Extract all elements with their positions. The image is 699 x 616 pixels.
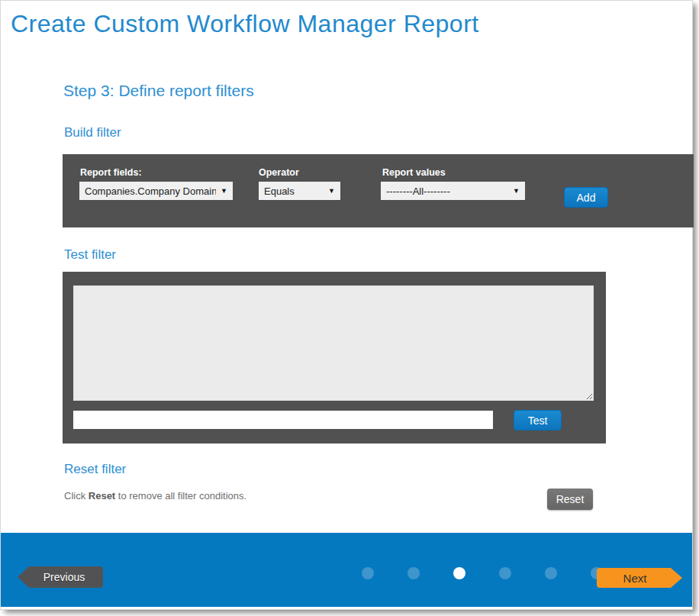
reset-instruction-bold: Reset [89, 490, 115, 502]
previous-button[interactable]: Previous [18, 566, 103, 588]
next-button[interactable]: Next [597, 568, 682, 588]
test-filter-panel: Test [63, 272, 606, 443]
report-fields-dropdown-value: Companies.Company Domain Na [85, 185, 216, 197]
build-filter-panel: Report fields: Operator Report values Co… [63, 154, 694, 227]
test-button[interactable]: Test [514, 410, 562, 431]
step-indicator [362, 567, 603, 579]
reset-filter-heading: Reset filter [64, 462, 126, 477]
operator-dropdown[interactable]: Equals ▼ [259, 182, 340, 200]
step-dot-4 [499, 567, 511, 579]
test-value-input[interactable] [73, 411, 493, 429]
wizard-footer-bar: Previous Next [1, 533, 692, 607]
reset-instruction-suffix: to remove all filter conditions. [115, 490, 246, 502]
report-values-dropdown-value: --------All-------- [386, 185, 450, 197]
chevron-down-icon: ▼ [221, 187, 227, 195]
wizard-page: Create Custom Workflow Manager Report St… [0, 0, 693, 610]
build-filter-heading: Build filter [64, 125, 121, 140]
report-values-label: Report values [382, 167, 446, 178]
add-button[interactable]: Add [564, 187, 608, 208]
reset-button[interactable]: Reset [547, 489, 593, 510]
filter-expression-textarea[interactable] [73, 285, 594, 401]
reset-instruction: Click Reset to remove all filter conditi… [64, 490, 246, 502]
report-fields-label: Report fields: [80, 167, 142, 178]
operator-dropdown-value: Equals [264, 185, 295, 197]
step-dot-1 [362, 567, 374, 579]
operator-label: Operator [259, 167, 299, 178]
chevron-down-icon: ▼ [328, 187, 335, 195]
report-fields-dropdown[interactable]: Companies.Company Domain Na ▼ [79, 182, 233, 200]
chevron-down-icon: ▼ [513, 187, 520, 195]
test-filter-heading: Test filter [64, 247, 116, 263]
step-dot-3 [453, 567, 465, 579]
page-title: Create Custom Workflow Manager Report [11, 10, 479, 38]
step-dot-2 [407, 567, 420, 579]
step-heading: Step 3: Define report filters [63, 82, 254, 100]
step-dot-5 [545, 567, 557, 579]
reset-instruction-prefix: Click [64, 490, 89, 502]
report-values-dropdown[interactable]: --------All-------- ▼ [381, 182, 525, 200]
